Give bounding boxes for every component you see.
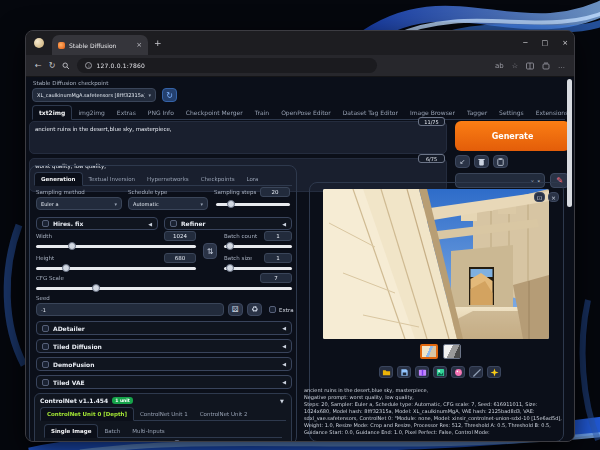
tab-img2img[interactable]: img2img [72,106,110,119]
swap-dimensions-button[interactable]: ⇅ [203,243,217,259]
tab-lora[interactable]: Lora [241,173,265,185]
image-fullscreen-button[interactable]: ⊡ [534,192,545,202]
collections-icon[interactable] [542,62,550,70]
tiled-vae-section[interactable]: Tiled VAE ◀ [36,375,292,389]
hires-fix-checkbox[interactable] [42,220,49,227]
tab-hypernetworks[interactable]: Hypernetworks [141,173,195,185]
tab-extras[interactable]: Extras [111,106,142,119]
browser-tab[interactable]: Stable Diffusion × [52,35,148,55]
address-bar[interactable]: i 127.0.0.1:7860 [77,58,377,73]
hires-fix-section[interactable]: Hires. fix ◀ [36,217,158,230]
maximize-button[interactable]: □ [542,39,549,47]
tab-batch[interactable]: Batch [98,425,126,437]
thumbnail-selected[interactable] [420,344,438,359]
checkpoint-dropdown[interactable]: XL_caulkinumMgA.safetensors [8fff32315a]… [32,88,156,102]
browser-profile-icon[interactable] [34,38,44,48]
sampling-steps-input[interactable]: 20 [260,187,290,197]
image-close-button[interactable]: × [548,192,559,202]
sampling-steps-slider[interactable] [216,203,290,206]
cfg-scale-input[interactable]: 7 [260,273,292,283]
collapse-icon[interactable]: ◀ [282,221,286,227]
slider-handle[interactable] [62,264,70,272]
tab-single-image[interactable]: Single Image [44,424,98,438]
open-folder-button[interactable] [379,366,393,378]
batch-count-input[interactable]: 1 [264,231,292,241]
search-icon[interactable] [62,62,70,70]
slider-handle[interactable] [68,242,76,250]
reload-button[interactable]: ↻ [49,62,56,70]
checkpoint-refresh-button[interactable]: ↻ [162,88,177,102]
adetailer-section[interactable]: ADetailer ◀ [36,321,292,335]
tab-train[interactable]: Train [249,106,275,119]
expand-icon[interactable]: ▼ [280,398,284,404]
save-zip-button[interactable] [415,366,429,378]
minimize-button[interactable]: ─ [523,39,527,47]
tab-generation[interactable]: Generation [34,172,83,186]
tab-checkpoint-merger[interactable]: Checkpoint Merger [180,106,249,119]
tab-controlnet-unit-1[interactable]: ControlNet Unit 1 [134,408,194,420]
more-menu-icon[interactable]: … [558,62,565,70]
tab-checkpoints[interactable]: Checkpoints [195,173,241,185]
collapse-icon[interactable]: ◀ [282,361,286,367]
schedule-type-dropdown[interactable]: Automatic ▾ [128,197,208,210]
reuse-seed-button[interactable]: ♻ [247,303,262,316]
demofusion-section[interactable]: DemoFusion ◀ [36,357,292,371]
tiled-diffusion-section[interactable]: Tiled Diffusion ◀ [36,339,292,353]
site-info-icon[interactable]: i [85,62,92,69]
split-screen-icon[interactable] [526,62,534,70]
height-slider[interactable] [36,267,196,270]
tab-settings[interactable]: Settings [493,106,530,119]
collapse-icon[interactable]: ◀ [282,343,286,349]
batch-size-input[interactable]: 1 [264,253,292,263]
send-to-inpaint-button[interactable] [451,366,465,378]
generate-button[interactable]: Generate [455,121,570,151]
tab-controlnet-unit-2[interactable]: ControlNet Unit 2 [194,408,254,420]
tiled-diffusion-checkbox[interactable] [42,343,49,350]
tab-dataset-tag-editor[interactable]: Dataset Tag Editor [337,106,404,119]
slider-handle[interactable] [226,242,234,250]
tab-multi-inputs[interactable]: Multi-Inputs [126,425,171,437]
clear-prompt-button[interactable] [474,155,489,168]
tab-txt2img[interactable]: txt2img [32,105,72,120]
tab-textual-inversion[interactable]: Textual Inversion [83,173,142,185]
refiner-checkbox[interactable] [170,220,177,227]
paste-params-button[interactable]: ↙ [455,155,470,168]
adetailer-checkbox[interactable] [42,325,49,332]
translate-icon[interactable]: ab [495,62,504,70]
generated-image[interactable] [323,189,549,339]
width-input[interactable]: 1024 [164,231,196,241]
controlnet-header[interactable]: ControlNet v1.1.454 1 unit [40,397,133,404]
thumbnail-depth-map[interactable] [443,344,461,359]
collapse-icon[interactable]: ◀ [282,325,286,331]
collapse-icon[interactable]: ◀ [282,379,286,385]
preprocessor-preview-row[interactable]: Preprocessor Preview [174,440,236,442]
tab-tagger[interactable]: Tagger [461,106,493,119]
sampling-method-dropdown[interactable]: Euler a ▾ [36,197,122,210]
page-scrollbar[interactable] [567,79,572,207]
cfg-scale-slider[interactable] [36,287,292,290]
upscale-button[interactable] [487,366,501,378]
apply-styles-button[interactable] [493,155,508,168]
seed-extra-checkbox[interactable] [269,306,276,313]
random-seed-button[interactable]: ⚄ [228,303,243,316]
tab-png-info[interactable]: PNG Info [142,106,180,119]
favorites-icon[interactable]: ☆ [512,62,518,70]
preprocessor-preview-checkbox[interactable] [174,440,180,442]
seed-input[interactable]: -1 [36,303,224,316]
close-button[interactable]: × [562,39,568,47]
tab-controlnet-unit-0[interactable]: ControlNet Unit 0 [Depth] [40,407,134,421]
send-to-extras-button[interactable] [469,366,483,378]
tab-close-icon[interactable]: × [136,41,142,49]
refiner-section[interactable]: Refiner ◀ [164,217,292,230]
batch-count-slider[interactable] [224,245,292,248]
slider-handle[interactable] [226,264,234,272]
prompt-textarea[interactable]: ancient ruins in the desert,blue sky, ma… [29,121,447,154]
tab-openpose-editor[interactable]: OpenPose Editor [275,106,337,119]
save-image-button[interactable] [397,366,411,378]
demofusion-checkbox[interactable] [42,361,49,368]
collapse-icon[interactable]: ◀ [148,221,152,227]
batch-size-slider[interactable] [224,267,292,270]
new-tab-button[interactable]: + [154,39,162,48]
tiled-vae-checkbox[interactable] [42,379,49,386]
width-slider[interactable] [36,245,196,248]
